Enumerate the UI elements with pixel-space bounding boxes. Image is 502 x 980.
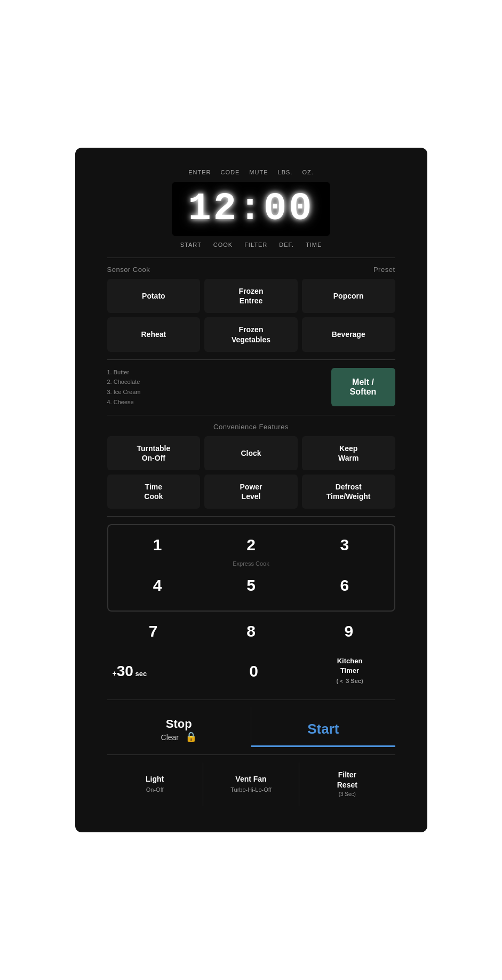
filter-label: FilterReset — [337, 770, 357, 790]
convenience-row2: TimeCook PowerLevel DefrostTime/Weight — [107, 475, 395, 509]
utility-row: Light On-Off Vent Fan Turbo-Hi-Lo-Off Fi… — [107, 762, 395, 806]
convenience-row1: TurntableOn-Off Clock KeepWarm — [107, 436, 395, 470]
power-level-button[interactable]: PowerLevel — [204, 475, 298, 509]
key-9[interactable]: 9 — [302, 616, 395, 647]
status-row: START COOK FILTER DEF. TIME — [107, 242, 395, 248]
indicator-lbs: LBS. — [278, 169, 293, 175]
stop-clear-button[interactable]: Stop Clear 🔒 — [107, 708, 252, 747]
frozen-vegetables-button[interactable]: FrozenVegetables — [204, 317, 298, 351]
stop-label: Stop — [166, 717, 192, 730]
divider-5 — [107, 700, 395, 700]
clear-label: Clear 🔒 — [111, 731, 247, 743]
sensor-cook-title: Sensor Cook — [107, 266, 150, 274]
clock-button[interactable]: Clock — [204, 436, 298, 470]
melt-list: 1. Butter 2. Chocolate 3. Ice Cream 4. C… — [107, 367, 321, 407]
numpad-row2: 4 5 6 — [114, 570, 389, 601]
potato-button[interactable]: Potato — [107, 279, 201, 313]
filter-sub: (3 Sec) — [301, 791, 393, 798]
melt-item-4: 4. Cheese — [107, 397, 321, 407]
indicator-enter: ENTER — [188, 169, 211, 175]
divider-2 — [107, 359, 395, 360]
popcorn-button[interactable]: Popcorn — [302, 279, 395, 313]
clock-display: 12:00 — [172, 182, 330, 236]
key-7[interactable]: 7 — [107, 616, 200, 647]
key-6[interactable]: 6 — [300, 570, 388, 601]
melt-item-2: 2. Chocolate — [107, 377, 321, 387]
numpad-row3: 7 8 9 — [107, 616, 395, 647]
status-start: START — [180, 242, 202, 248]
light-sub: On-Off — [109, 786, 201, 794]
indicator-row: ENTER CODE MUTE LBS. OZ. — [107, 169, 395, 175]
time-cook-button[interactable]: TimeCook — [107, 475, 201, 509]
clock-digits: 12:00 — [188, 187, 314, 231]
light-button[interactable]: Light On-Off — [107, 762, 203, 806]
sensor-cook-header: Sensor Cook Preset — [107, 266, 395, 274]
plus30-button[interactable]: +30 sec — [107, 650, 203, 692]
frozen-entree-button[interactable]: FrozenEntree — [204, 279, 298, 313]
indicator-oz: OZ. — [302, 169, 313, 175]
divider-6 — [107, 754, 395, 755]
indicator-mute: MUTE — [249, 169, 268, 175]
numpad-row4: +30 sec 0 KitchenTimer(＜ 3 Sec) — [107, 650, 395, 692]
divider-3 — [107, 415, 395, 415]
key-5[interactable]: 5 — [207, 570, 295, 601]
status-time: TIME — [306, 242, 322, 248]
melt-row: 1. Butter 2. Chocolate 3. Ice Cream 4. C… — [107, 367, 395, 407]
melt-item-3: 3. Ice Cream — [107, 387, 321, 397]
turntable-button[interactable]: TurntableOn-Off — [107, 436, 201, 470]
divider-4 — [107, 516, 395, 517]
status-filter: FILTER — [244, 242, 267, 248]
key-1[interactable]: 1 — [114, 529, 202, 560]
vent-fan-button[interactable]: Vent Fan Turbo-Hi-Lo-Off — [203, 762, 299, 806]
status-def: DEF. — [279, 242, 294, 248]
preset-title: Preset — [373, 266, 395, 274]
display-section: ENTER CODE MUTE LBS. OZ. 12:00 START COO… — [107, 169, 395, 248]
vent-label: Vent Fan — [235, 775, 266, 783]
microwave-panel: ENTER CODE MUTE LBS. OZ. 12:00 START COO… — [75, 148, 427, 832]
beverage-button[interactable]: Beverage — [302, 317, 395, 351]
divider-1 — [107, 258, 395, 258]
light-label: Light — [146, 775, 164, 783]
lock-icon: 🔒 — [185, 731, 197, 743]
sensor-cook-row1: Potato FrozenEntree Popcorn — [107, 279, 395, 313]
filter-reset-button[interactable]: FilterReset (3 Sec) — [299, 762, 395, 806]
express-cook-bracket: 1 2 3 Express Cook 4 5 6 — [107, 524, 395, 612]
action-row: Stop Clear 🔒 Start — [107, 708, 395, 747]
key-3[interactable]: 3 — [300, 529, 388, 560]
key-4[interactable]: 4 — [114, 570, 202, 601]
kitchen-timer-button[interactable]: KitchenTimer(＜ 3 Sec) — [305, 650, 395, 692]
sensor-cook-row2: Reheat FrozenVegetables Beverage — [107, 317, 395, 351]
key-0[interactable]: 0 — [209, 650, 299, 692]
melt-soften-button[interactable]: Melt /Soften — [331, 368, 395, 406]
key-8[interactable]: 8 — [205, 616, 297, 647]
start-button[interactable]: Start — [251, 708, 395, 747]
keep-warm-button[interactable]: KeepWarm — [302, 436, 395, 470]
convenience-header: Convenience Features — [107, 423, 395, 431]
vent-sub: Turbo-Hi-Lo-Off — [205, 786, 297, 794]
status-cook: COOK — [213, 242, 233, 248]
melt-item-1: 1. Butter — [107, 367, 321, 377]
express-cook-label: Express Cook — [114, 560, 389, 567]
defrost-button[interactable]: DefrostTime/Weight — [302, 475, 395, 509]
indicator-code: CODE — [221, 169, 240, 175]
reheat-button[interactable]: Reheat — [107, 317, 201, 351]
key-2[interactable]: 2 — [207, 529, 295, 560]
numpad-section: 1 2 3 Express Cook 4 5 6 7 8 9 +30 sec 0… — [107, 524, 395, 692]
numpad-row1: 1 2 3 — [114, 529, 389, 560]
